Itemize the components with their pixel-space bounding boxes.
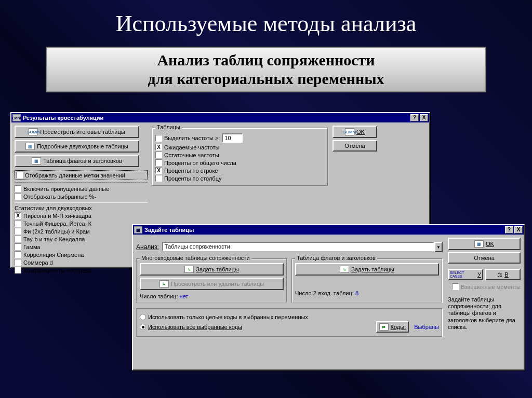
btn-label: Таблица флагов и заголовков xyxy=(43,158,122,164)
subtitle-line2: для категориальных переменных xyxy=(52,70,480,88)
checkbox-label: Корреляция Спирмена xyxy=(23,252,84,258)
pct-row-checkbox[interactable]: X xyxy=(155,167,162,174)
help-button[interactable]: ? xyxy=(505,226,513,234)
residual-checkbox[interactable] xyxy=(155,152,162,158)
grid-icon: ▦ xyxy=(32,157,41,164)
subtitle-box: Анализ таблиц сопряженности для категори… xyxy=(46,47,486,92)
btn-label: Подробные двувходовые таблицы xyxy=(37,143,128,149)
subtitle-line1: Анализ таблиц сопряженности xyxy=(52,51,480,70)
int-codes-radio[interactable] xyxy=(140,314,146,320)
coef-checkbox[interactable] xyxy=(15,267,21,273)
analysis-dropdown[interactable]: Таблицы сопряженности ▼ xyxy=(162,242,443,252)
cancel-button[interactable]: Отмена xyxy=(448,252,521,264)
btn-label: Коды: xyxy=(391,324,406,330)
app-icon: ▦ xyxy=(134,226,142,234)
include-missing-checkbox[interactable] xyxy=(15,185,21,192)
tau-checkbox[interactable] xyxy=(15,236,21,242)
summary-icon: SUMM xyxy=(345,128,354,135)
pct-col-checkbox[interactable] xyxy=(155,175,162,182)
slide-title: Используемые методы анализа xyxy=(0,10,532,37)
btn-label: OK xyxy=(486,241,494,247)
set-tables-window: ▦ Задайте таблицы ? X Анализ: Таблицы со… xyxy=(132,224,525,370)
checkbox-label: Проценты по строке xyxy=(164,168,218,174)
twoway-label: Число 2-вход. таблиц: xyxy=(295,290,354,296)
dropdown-value: Таблицы сопряженности xyxy=(162,242,434,251)
tbl-count-value: нет xyxy=(180,293,189,299)
checkbox-label: Включить пропущенные данные xyxy=(23,186,109,192)
view-delete-button[interactable]: ↳ Просмотреть или удалить таблицы xyxy=(140,278,284,290)
checkbox-label: Выделить частоты >: xyxy=(164,135,220,141)
group-legend: Таблицы xyxy=(155,124,182,130)
close-button[interactable]: X xyxy=(514,226,523,234)
checkbox-label: Взвешенные моменты xyxy=(461,284,521,290)
help-button[interactable]: ? xyxy=(410,114,419,121)
tables-groupbox: Таблицы Выделить частоты >: XОжидаемые ч… xyxy=(152,128,328,186)
detailed-tables-button[interactable]: ▦ Подробные двувходовые таблицы xyxy=(15,140,139,153)
checkbox-label: Проценты от общего числа xyxy=(164,160,236,166)
codes-button[interactable]: ⇄ Коды: xyxy=(376,321,409,333)
checkbox-label: Отображать выбранные %- xyxy=(23,194,96,200)
checkbox-label: Соммера d xyxy=(23,259,53,266)
spearman-checkbox[interactable] xyxy=(15,251,21,258)
select-cases-button[interactable]: SELECT CASES У xyxy=(448,269,483,280)
all-codes-radio[interactable] xyxy=(140,324,146,330)
expected-checkbox[interactable]: X xyxy=(155,144,162,150)
flags-table-button[interactable]: ▦ Таблица флагов и заголовков xyxy=(15,155,139,167)
radio-label: Использовать все выбранные коды xyxy=(148,324,242,330)
checkbox-label: Тау-b и тау-c Кендалла xyxy=(23,236,85,242)
highlight-freq-input[interactable] xyxy=(222,133,243,143)
checkbox-label: Остаточные частоты xyxy=(164,152,219,158)
long-labels-checkbox[interactable] xyxy=(16,172,23,179)
chevron-down-icon[interactable]: ▼ xyxy=(434,242,443,252)
b-button[interactable]: ⚖ B xyxy=(485,269,521,280)
fisher-checkbox[interactable] xyxy=(15,220,21,227)
btn-label: OK xyxy=(356,129,365,135)
close-button[interactable]: X xyxy=(420,114,428,121)
vars-icon: ↳ xyxy=(159,280,169,287)
twoway-value: 8 xyxy=(355,290,358,296)
checkbox-label: Гамма xyxy=(23,244,41,250)
stats-header: Статистики для двувходовых xyxy=(15,205,148,211)
checkbox-label: Ожидаемые частоты xyxy=(164,144,219,150)
btn-label: Просмотреть итоговые таблицы xyxy=(40,129,125,135)
set-tables-button[interactable]: ↳ Задать таблицы xyxy=(140,263,284,276)
grid-icon: ▦ xyxy=(25,143,35,150)
ok-button[interactable]: SUMM OK xyxy=(332,126,377,138)
weight-icon: ⚖ xyxy=(497,271,502,278)
btn-label: Отмена xyxy=(474,255,494,261)
codes-value: Выбраны xyxy=(414,324,439,330)
radio-label: Использовать только целые коды в выбранн… xyxy=(148,314,308,320)
btn-label: Отмена xyxy=(344,143,365,149)
show-selected-checkbox[interactable] xyxy=(15,193,21,200)
phi-checkbox[interactable] xyxy=(15,228,21,235)
highlight-freq-checkbox[interactable] xyxy=(155,135,162,142)
ok-icon: ▦ xyxy=(474,240,484,248)
cancel-button[interactable]: Отмена xyxy=(332,140,377,152)
window-title: Задайте таблицы xyxy=(144,227,504,233)
btn-label: У xyxy=(477,271,481,278)
select-cases-icon: SELECT CASES xyxy=(450,271,475,278)
analysis-label: Анализ: xyxy=(136,243,159,251)
titlebar: ▦ Задайте таблицы ? X xyxy=(133,225,524,235)
gamma-checkbox[interactable] xyxy=(15,243,21,250)
set-tables2-button[interactable]: ↳ Задать таблицы xyxy=(295,263,439,276)
btn-label: B xyxy=(504,271,508,278)
checkbox-label: Отображать длинные метки значений xyxy=(25,172,125,179)
vars-icon: ↳ xyxy=(184,266,194,273)
pct-total-checkbox[interactable] xyxy=(155,159,162,166)
titlebar: Cont Результаты кросстабуляции ? X xyxy=(11,113,429,122)
view-summary-button[interactable]: SUMM Просмотреть итоговые таблицы xyxy=(15,126,139,138)
multiway-groupbox: Многовходовые таблицы сопряженности ↳ За… xyxy=(136,258,287,303)
checkbox-label: Фи (2x2 таблицы) и Крам xyxy=(23,228,90,235)
weighted-checkbox[interactable] xyxy=(452,283,459,290)
sommer-checkbox[interactable] xyxy=(15,259,21,266)
btn-label: Просмотреть или удалить таблицы xyxy=(171,281,264,287)
checkbox-label: Коэффициенты неопреде xyxy=(23,267,92,273)
pearson-checkbox[interactable]: X xyxy=(15,212,21,219)
summary-icon: SUMM xyxy=(29,128,38,135)
checkbox-label: Проценты по столбцу xyxy=(164,175,221,182)
checkbox-label: Точный Фишера, Йетса, К xyxy=(23,221,91,227)
ok-button[interactable]: ▦ OK xyxy=(448,238,521,250)
tbl-count-label: Число таблиц: xyxy=(140,293,178,299)
group-legend: Таблица флагов и заголовков xyxy=(295,255,377,261)
